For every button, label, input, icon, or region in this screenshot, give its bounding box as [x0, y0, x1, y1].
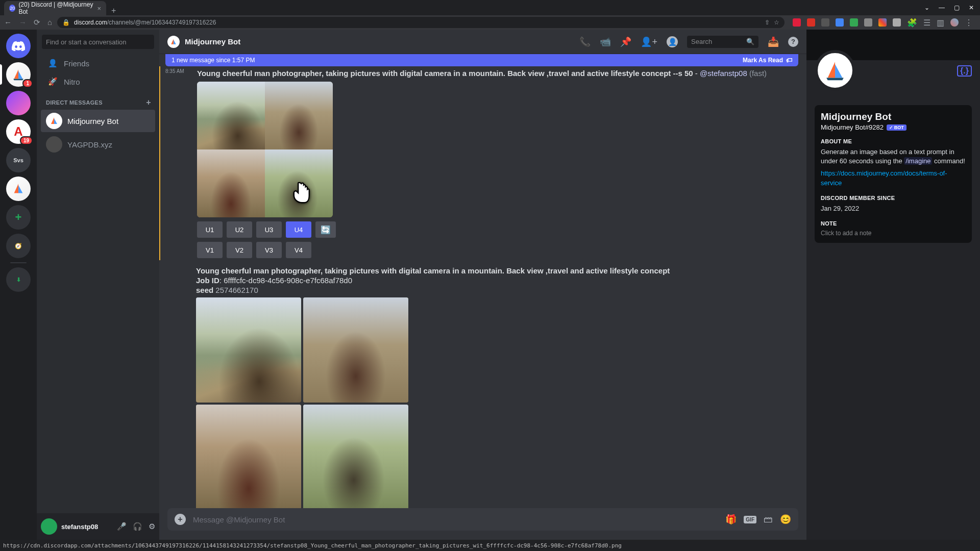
- current-username[interactable]: stefanstp08: [61, 523, 98, 531]
- extension-icon[interactable]: [864, 18, 872, 27]
- midjourney-sail-icon: [11, 67, 26, 82]
- mute-icon[interactable]: 🎤: [117, 522, 127, 531]
- user-avatar[interactable]: [41, 518, 57, 535]
- add-server-button[interactable]: +: [6, 205, 31, 230]
- reading-list-icon[interactable]: ☰: [923, 18, 930, 28]
- sticker-icon[interactable]: 🗃: [764, 514, 773, 525]
- deafen-icon[interactable]: 🎧: [133, 522, 142, 531]
- extension-icon[interactable]: [850, 18, 858, 27]
- extension-icon[interactable]: [836, 18, 844, 27]
- header-search-input[interactable]: Search 🔍: [687, 36, 758, 48]
- reload-icon[interactable]: ⟳: [34, 18, 40, 27]
- u2-button[interactable]: U2: [227, 221, 252, 238]
- tab-close-icon[interactable]: ×: [97, 5, 101, 12]
- pin-icon[interactable]: 📌: [620, 36, 631, 47]
- generated-image-4[interactable]: [265, 149, 333, 217]
- video-call-icon[interactable]: 📹: [600, 36, 611, 47]
- server-item[interactable]: [6, 177, 31, 201]
- explore-button[interactable]: 🧭: [6, 234, 31, 258]
- profile-card: Midjourney Bot Midjourney Bot#9282 ✓ BOT…: [815, 105, 972, 243]
- generated-image-2[interactable]: [303, 297, 408, 403]
- message-block: 8:35 AM Young cheerful man photographer,…: [159, 66, 806, 260]
- extension-icon[interactable]: [807, 18, 815, 27]
- reroll-button[interactable]: 🔄: [315, 221, 336, 238]
- profile-avatar-icon[interactable]: [950, 18, 959, 27]
- message-input[interactable]: + Message @Midjourney Bot 🎁 GIF 🗃 😊: [167, 508, 798, 531]
- dm-yagpdb[interactable]: YAGPDB.xyz: [41, 133, 155, 156]
- dm-midjourney-bot[interactable]: Midjourney Bot: [41, 110, 155, 132]
- dropdown-icon[interactable]: ⌄: [924, 4, 929, 11]
- user-profile-icon[interactable]: 👤: [667, 36, 678, 47]
- back-icon[interactable]: ←: [4, 18, 12, 27]
- input-placeholder: Message @Midjourney Bot: [193, 515, 718, 524]
- u3-button[interactable]: U3: [256, 221, 282, 238]
- settings-icon[interactable]: ⚙: [149, 522, 155, 531]
- about-link[interactable]: https://docs.midjourney.com/docs/terms-o…: [821, 169, 966, 187]
- browser-tab[interactable]: 20 (20) Discord | @Midjourney Bot ×: [4, 1, 106, 15]
- download-button[interactable]: ⬇: [6, 267, 31, 292]
- generated-image-3[interactable]: [196, 405, 301, 508]
- generated-image-2[interactable]: [265, 82, 333, 149]
- v2-button[interactable]: V2: [227, 242, 252, 258]
- forward-icon[interactable]: →: [19, 18, 27, 27]
- maximize-icon[interactable]: ▢: [954, 4, 960, 11]
- messages-scroll[interactable]: 1 new message since 1:57 PM Mark As Read…: [159, 54, 806, 508]
- friends-nav[interactable]: 👤 Friends: [41, 55, 155, 72]
- url-bar[interactable]: 🔒 discord.com/channels/@me/1063443749197…: [57, 17, 785, 28]
- v3-button[interactable]: V3: [256, 242, 282, 258]
- home-button[interactable]: [6, 34, 31, 58]
- generated-image-4[interactable]: [303, 405, 408, 508]
- kebab-menu-icon[interactable]: ⋮: [965, 18, 973, 28]
- mark-as-read-button[interactable]: Mark As Read 🏷: [743, 57, 792, 64]
- user-mention[interactable]: @stefanstp08: [700, 69, 747, 78]
- profile-avatar-large[interactable]: [815, 50, 855, 91]
- server-item[interactable]: A 19: [6, 119, 31, 144]
- generated-image-3[interactable]: [197, 149, 265, 217]
- star-icon[interactable]: ☆: [774, 19, 779, 26]
- home-icon[interactable]: ⌂: [47, 18, 52, 27]
- note-field[interactable]: Click to add a note: [821, 230, 966, 237]
- new-tab-button[interactable]: +: [106, 6, 121, 15]
- dm-search-input[interactable]: Find or start a conversation: [42, 35, 154, 49]
- browser-chrome: 20 (20) Discord | @Midjourney Bot × + ⌄ …: [0, 0, 980, 30]
- bot-brackets-icon[interactable]: {.}: [957, 65, 972, 77]
- attach-icon[interactable]: +: [175, 514, 186, 525]
- generated-image-grid[interactable]: [197, 82, 333, 217]
- window-controls: ⌄ — ▢ ✕: [918, 0, 980, 15]
- abp-extension-icon[interactable]: [793, 18, 801, 27]
- server-svs[interactable]: Svs: [6, 148, 31, 172]
- u1-button[interactable]: U1: [197, 221, 223, 238]
- close-window-icon[interactable]: ✕: [969, 4, 974, 11]
- emoji-icon[interactable]: 😊: [780, 514, 791, 525]
- inbox-icon[interactable]: 📥: [768, 36, 779, 47]
- v1-button[interactable]: V1: [197, 242, 223, 258]
- v4-button[interactable]: V4: [286, 242, 311, 258]
- extension-icon[interactable]: [878, 18, 887, 27]
- minimize-icon[interactable]: —: [939, 4, 945, 11]
- side-panel-icon[interactable]: ▥: [937, 18, 944, 28]
- prompt-text: Young cheerful man photographer, taking …: [197, 69, 693, 78]
- channel-avatar: [167, 36, 180, 48]
- gif-button[interactable]: GIF: [744, 516, 756, 523]
- nav-buttons: ← → ⟳ ⌂: [4, 18, 52, 27]
- generated-image-1[interactable]: [197, 82, 265, 149]
- help-icon[interactable]: ?: [788, 37, 798, 47]
- add-dm-icon[interactable]: +: [146, 98, 151, 107]
- nitro-nav[interactable]: 🚀 Nitro: [41, 73, 155, 90]
- extension-icon[interactable]: [893, 18, 901, 27]
- tab-strip: 20 (20) Discord | @Midjourney Bot × + ⌄ …: [0, 0, 980, 15]
- extension-icon[interactable]: [821, 18, 829, 27]
- server-item[interactable]: [6, 91, 31, 115]
- extensions-menu-icon[interactable]: 🧩: [907, 18, 917, 28]
- gift-icon[interactable]: 🎁: [725, 514, 737, 525]
- generated-image-grid-large[interactable]: [196, 297, 408, 508]
- voice-call-icon[interactable]: 📞: [579, 36, 591, 47]
- share-icon[interactable]: ⇧: [765, 19, 770, 26]
- profile-name: Midjourney Bot: [821, 111, 966, 122]
- u4-button[interactable]: U4: [286, 221, 311, 238]
- dm-section-header: DIRECT MESSAGES +: [37, 91, 159, 109]
- server-midjourney[interactable]: 1: [6, 62, 31, 87]
- add-friend-icon[interactable]: 👤+: [641, 36, 657, 47]
- new-message-bar[interactable]: 1 new message since 1:57 PM Mark As Read…: [165, 54, 798, 66]
- generated-image-1[interactable]: [196, 297, 301, 403]
